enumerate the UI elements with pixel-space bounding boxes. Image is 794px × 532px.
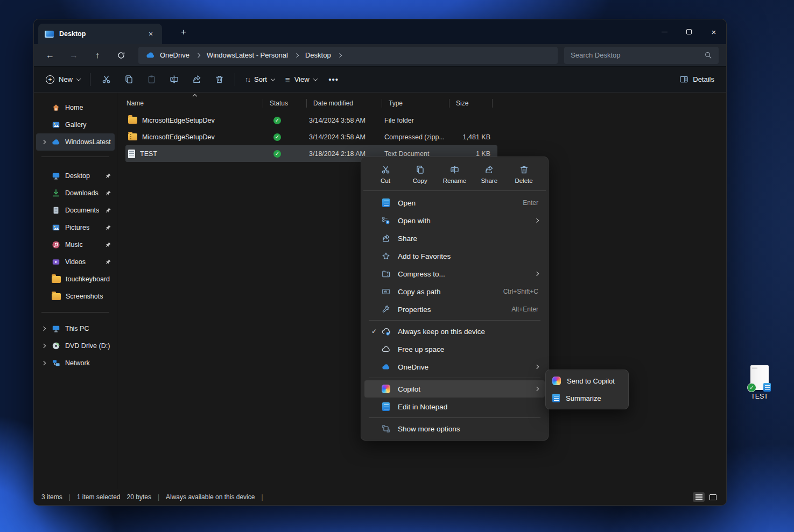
rename-button[interactable] <box>163 70 185 89</box>
menu-item-edit-in-notepad[interactable]: Edit in Notepad <box>364 398 545 415</box>
menu-item-open-with[interactable]: Open with <box>364 212 545 229</box>
paste-button[interactable] <box>140 70 163 89</box>
sidebar-item-videos[interactable]: Videos <box>36 253 115 271</box>
menu-item-copilot[interactable]: Copilot <box>364 380 545 398</box>
sort-ascending-icon <box>193 94 197 98</box>
column-header-status[interactable]: Status <box>263 100 306 107</box>
cut-menu-button[interactable]: Cut <box>371 162 400 186</box>
chevron-right-icon <box>535 365 539 369</box>
chevron-right-icon[interactable] <box>41 140 46 144</box>
share-menu-button[interactable]: Share <box>475 162 504 186</box>
view-button[interactable]: ≡ View <box>280 70 322 89</box>
sort-label: Sort <box>254 75 267 83</box>
desktop-file-test[interactable]: ✓ TEST <box>747 365 772 400</box>
delete-menu-button[interactable]: Delete <box>509 162 538 186</box>
column-header-type[interactable]: Type <box>382 100 449 107</box>
minimize-button[interactable] <box>652 19 677 44</box>
maximize-button[interactable] <box>677 19 701 44</box>
menu-item-always-keep-on-device[interactable]: ✓ Always keep on this device <box>364 323 545 340</box>
details-view-button[interactable] <box>693 492 705 502</box>
breadcrumb-chevron-icon[interactable] <box>337 53 341 57</box>
refresh-button[interactable] <box>109 47 133 64</box>
column-header-name[interactable]: Name <box>120 100 263 107</box>
chevron-right-icon[interactable] <box>41 344 46 348</box>
synced-status-icon: ✓ <box>747 383 756 392</box>
items-count: 3 items <box>41 493 62 501</box>
search-box[interactable] <box>564 47 719 64</box>
desktop-wallpaper: { "titlebar": { "tab_title": "Desktop" }… <box>0 0 794 532</box>
tab-close-icon[interactable]: × <box>145 28 157 40</box>
sidebar-item-music[interactable]: Music <box>36 236 115 253</box>
details-panel-icon <box>679 75 688 84</box>
menu-item-share[interactable]: Share <box>364 230 545 247</box>
open-with-icon <box>382 216 390 225</box>
search-icon[interactable] <box>704 51 712 59</box>
sidebar-item-desktop[interactable]: Desktop <box>36 167 115 185</box>
breadcrumb-item-desktop[interactable]: Desktop <box>305 51 331 59</box>
sidebar-item-network[interactable]: Network <box>36 354 115 372</box>
cut-button[interactable] <box>95 70 117 89</box>
notepad-icon <box>382 198 390 207</box>
pin-icon <box>105 242 111 248</box>
chevron-right-icon[interactable] <box>41 361 46 365</box>
share-icon <box>484 165 494 174</box>
menu-item-open[interactable]: Open Enter <box>364 194 545 211</box>
tab-desktop[interactable]: Desktop × <box>38 24 162 44</box>
details-pane-button[interactable]: Details <box>674 70 720 89</box>
sidebar-item-touchkeyboard[interactable]: touchkeyboard <box>36 271 115 288</box>
submenu-item-summarize[interactable]: Summarize <box>548 389 626 407</box>
breadcrumb-item-account[interactable]: WindowsLatest - Personal <box>207 51 288 59</box>
sidebar-item-home[interactable]: Home <box>36 99 115 116</box>
sidebar-item-this-pc[interactable]: This PC <box>36 320 115 337</box>
share-button[interactable] <box>185 70 208 89</box>
forward-button[interactable]: → <box>62 47 86 64</box>
table-row[interactable]: MicrosoftEdgeSetupDev ✓ 3/14/2024 3:58 A… <box>125 129 497 145</box>
text-file-icon: ✓ <box>750 365 769 390</box>
sidebar-item-gallery[interactable]: Gallery <box>36 116 115 133</box>
documents-icon <box>52 206 60 215</box>
column-resize-handle[interactable] <box>492 99 493 108</box>
pictures-icon <box>52 223 60 232</box>
large-icons-view-button[interactable] <box>707 492 719 502</box>
sidebar-item-dvd-drive[interactable]: DVD Drive (D:) CCC <box>36 337 115 354</box>
rename-menu-button[interactable]: Rename <box>440 162 469 186</box>
copy-button[interactable] <box>117 70 140 89</box>
status-bar: 3 items | 1 item selected 20 bytes | Alw… <box>34 489 726 505</box>
menu-item-properties[interactable]: Properties Alt+Enter <box>364 301 545 318</box>
sidebar-item-onedrive[interactable]: WindowsLatest - Pe <box>36 133 115 151</box>
column-header-date[interactable]: Date modified <box>307 100 382 107</box>
sidebar-item-screenshots[interactable]: Screenshots <box>36 288 115 305</box>
breadcrumb[interactable]: OneDrive WindowsLatest - Personal Deskto… <box>138 47 558 64</box>
copy-menu-button[interactable]: Copy <box>405 162 434 186</box>
submenu-item-send-to-copilot[interactable]: Send to Copilot <box>548 372 626 389</box>
menu-item-onedrive[interactable]: OneDrive <box>364 358 545 375</box>
new-tab-button[interactable]: + <box>177 26 190 39</box>
check-icon: ✓ <box>368 328 381 335</box>
breadcrumb-chevron-icon[interactable] <box>196 53 200 57</box>
search-input[interactable] <box>571 51 704 59</box>
sort-button[interactable]: ↑↓ Sort <box>240 70 280 89</box>
titlebar: Desktop × + × <box>34 19 726 44</box>
menu-item-compress-to[interactable]: Compress to... <box>364 265 545 282</box>
close-button[interactable]: × <box>701 19 726 44</box>
delete-button[interactable] <box>208 70 230 89</box>
sidebar-item-downloads[interactable]: Downloads <box>36 185 115 202</box>
menu-item-show-more-options[interactable]: Show more options <box>364 420 545 437</box>
chevron-right-icon <box>535 218 539 223</box>
new-button[interactable]: + New <box>40 70 86 89</box>
breadcrumb-item-onedrive[interactable]: OneDrive <box>160 51 189 59</box>
menu-item-add-to-favorites[interactable]: Add to Favorites <box>364 247 545 265</box>
cloud-sync-icon <box>382 327 391 336</box>
up-button[interactable]: ↑ <box>86 47 109 64</box>
sidebar-item-documents[interactable]: Documents <box>36 202 115 219</box>
menu-item-copy-as-path[interactable]: Copy as path Ctrl+Shift+C <box>364 283 545 300</box>
more-options-button[interactable]: ••• <box>322 70 345 89</box>
column-header-size[interactable]: Size <box>449 100 492 107</box>
onedrive-cloud-icon <box>382 363 390 371</box>
menu-item-free-up-space[interactable]: Free up space <box>364 341 545 358</box>
table-row[interactable]: MicrosoftEdgeSetupDev ✓ 3/14/2024 3:58 A… <box>125 112 497 129</box>
chevron-right-icon[interactable] <box>41 327 46 331</box>
breadcrumb-chevron-icon[interactable] <box>294 53 299 57</box>
sidebar-item-pictures[interactable]: Pictures <box>36 219 115 236</box>
back-button[interactable]: ← <box>38 47 62 64</box>
